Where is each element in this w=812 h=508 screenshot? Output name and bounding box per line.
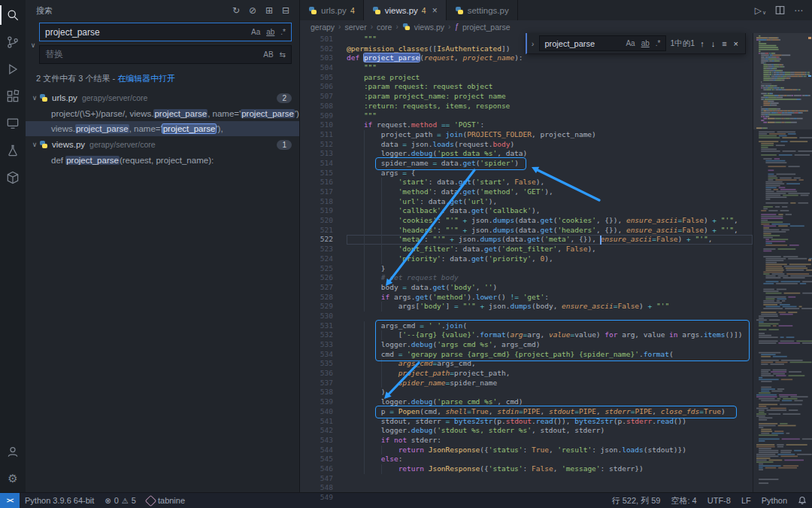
preserve-case-icon[interactable]: AB bbox=[260, 50, 276, 59]
code-line[interactable]: logger.debug('parse cmd %s', cmd) bbox=[347, 397, 753, 407]
code-line[interactable]: args_cmd=args_cmd, bbox=[347, 359, 753, 369]
code-line[interactable]: 'method': data.get('method', 'GET'), bbox=[347, 187, 753, 197]
extensions-icon[interactable] bbox=[0, 83, 26, 110]
code-line[interactable]: logger.debug('stdout %s, stderr %s', std… bbox=[347, 426, 753, 436]
code-line[interactable]: 'url': data.get('url'), bbox=[347, 197, 753, 207]
breadcrumb-file[interactable]: views.py bbox=[414, 23, 444, 32]
source-control-icon[interactable] bbox=[0, 29, 26, 56]
code-line[interactable]: 'start': data.get('start', False), bbox=[347, 178, 753, 187]
whole-word-icon[interactable]: ab bbox=[263, 27, 277, 37]
find-regex-icon[interactable]: .* bbox=[653, 38, 664, 48]
file-result-views[interactable]: ∨ views.py gerapy/server/core 1 bbox=[26, 136, 299, 153]
code-line[interactable]: return JsonResponse({'status': False, 'm… bbox=[347, 464, 753, 474]
search-view-icon[interactable] bbox=[0, 2, 26, 29]
tab-settings-py[interactable]: settings.py bbox=[447, 0, 518, 20]
code-line[interactable]: if args.get('method').lower() != 'get': bbox=[347, 293, 753, 303]
remote-indicator[interactable]: >< bbox=[0, 493, 20, 508]
code-line[interactable]: 'dont_filter': data.get('dont_filter', F… bbox=[347, 245, 753, 254]
run-python-file-button[interactable]: ▷∨ bbox=[755, 5, 766, 16]
code-line[interactable]: 'callback': data.get('callback'), bbox=[347, 206, 753, 216]
code-line[interactable]: 'cookies': "'" + json.dumps(data.get('co… bbox=[347, 216, 753, 226]
code-line[interactable]: spider_name = data.get('spider') bbox=[347, 159, 753, 169]
code-line[interactable]: ) bbox=[347, 388, 753, 397]
code-line[interactable]: spider_name=spider_name bbox=[347, 379, 753, 388]
settings-gear-icon[interactable]: ⚙ bbox=[0, 465, 26, 492]
collapse-all-icon[interactable]: ⊟ bbox=[278, 3, 293, 18]
cursor-position-status[interactable]: 行 522, 列 59 bbox=[607, 495, 666, 506]
code-line[interactable]: logger.debug('args cmd %s', args_cmd) bbox=[347, 340, 753, 350]
notifications-bell-icon[interactable] bbox=[792, 496, 812, 505]
file-result-urls[interactable]: ∨ urls.py gerapy/server/core 2 bbox=[26, 90, 299, 106]
code-line[interactable] bbox=[347, 312, 753, 321]
code-line[interactable]: args_cmd = ' '.join( bbox=[347, 321, 753, 331]
testing-icon[interactable] bbox=[0, 137, 26, 164]
code-line[interactable]: cmd = 'gerapy parse {args_cmd} {project_… bbox=[347, 350, 753, 360]
breadcrumb-item[interactable]: gerapy bbox=[311, 23, 335, 32]
language-mode-status[interactable]: Python bbox=[756, 496, 792, 505]
find-toggle-replace-icon[interactable]: › bbox=[530, 39, 536, 48]
open-new-search-editor-icon[interactable]: ⊞ bbox=[262, 3, 277, 18]
search-input[interactable]: project_parse Aa ab .* bbox=[39, 23, 292, 41]
package-icon[interactable] bbox=[0, 164, 26, 191]
code-line[interactable]: if not stderr: bbox=[347, 436, 753, 446]
code-line[interactable]: """ bbox=[347, 111, 753, 121]
regex-icon[interactable]: .* bbox=[277, 27, 289, 37]
code-line[interactable]: 'priority': data.get('priority', 0), bbox=[347, 254, 753, 264]
code-line[interactable]: if request.method == 'POST': bbox=[347, 120, 753, 130]
breadcrumb-symbol[interactable]: project_parse bbox=[462, 23, 511, 32]
tabnine-status[interactable]: tabnine bbox=[141, 496, 190, 505]
eol-status[interactable]: LF bbox=[736, 496, 756, 505]
code-line[interactable]: logger.debug('post data %s', data) bbox=[347, 149, 753, 159]
code-line[interactable]: :return: requests, items, response bbox=[347, 102, 753, 111]
code-line[interactable]: 'headers': "'" + json.dumps(data.get('he… bbox=[347, 226, 753, 236]
problems-status[interactable]: ⊗0 ⚠5 bbox=[99, 496, 141, 505]
find-in-selection-icon[interactable]: ≡ bbox=[720, 39, 728, 48]
tab-urls-py[interactable]: urls.py 4 bbox=[300, 0, 364, 20]
breadcrumb-item[interactable]: core bbox=[377, 23, 392, 32]
find-whole-word-icon[interactable]: ab bbox=[638, 38, 653, 48]
account-icon[interactable] bbox=[0, 438, 26, 465]
minimap[interactable] bbox=[753, 33, 812, 492]
breadcrumb[interactable]: gerapy › server › core › views.py › ƒ pr… bbox=[300, 20, 812, 33]
code-line[interactable]: stdout, stderr = bytes2str(p.stdout.read… bbox=[347, 417, 753, 427]
toggle-replace-icon[interactable]: ∨ bbox=[27, 23, 39, 68]
find-input[interactable]: project_parse Aa ab .* bbox=[539, 35, 666, 51]
more-actions-icon[interactable]: ⋯ bbox=[794, 5, 803, 16]
code-line[interactable]: :param request: request object bbox=[347, 82, 753, 92]
code-line[interactable]: } bbox=[347, 264, 753, 274]
code-line[interactable]: ['--{arg} {value}'.format(arg=arg, value… bbox=[347, 330, 753, 340]
code-line[interactable]: parse project bbox=[347, 73, 753, 83]
tab-views-py[interactable]: views.py 4 × bbox=[364, 0, 447, 20]
indentation-status[interactable]: 空格: 4 bbox=[666, 495, 702, 506]
remote-explorer-icon[interactable] bbox=[0, 110, 26, 137]
code-line[interactable] bbox=[347, 474, 753, 484]
search-match-row[interactable]: def project_parse(request, project_name)… bbox=[26, 153, 299, 168]
code-line[interactable]: :param project_name: project name bbox=[347, 92, 753, 102]
encoding-status[interactable]: UTF-8 bbox=[702, 496, 736, 505]
code-line[interactable]: return JsonResponse({'status': True, 're… bbox=[347, 446, 753, 455]
split-editor-icon[interactable] bbox=[775, 5, 785, 15]
code-line[interactable]: project_path=project_path, bbox=[347, 369, 753, 379]
code-line[interactable]: args['body'] = "'" + json.dumps(body, en… bbox=[347, 302, 753, 312]
code-line[interactable]: p = Popen(cmd, shell=True, stdin=PIPE, s… bbox=[347, 407, 753, 417]
search-match-row-selected[interactable]: views.project_parse, name='project_parse… bbox=[26, 121, 299, 136]
chevron-down-icon[interactable]: ∨ bbox=[30, 141, 39, 148]
code-line[interactable]: body = data.get('body', '') bbox=[347, 283, 753, 293]
chevron-down-icon[interactable]: ∨ bbox=[30, 94, 39, 102]
code-line[interactable]: """ bbox=[347, 63, 753, 73]
replace-all-icon[interactable]: ⇆ bbox=[277, 50, 289, 59]
code-line[interactable]: project_path = join(PROJECTS_FOLDER, pro… bbox=[347, 130, 753, 140]
find-widget[interactable]: › project_parse Aa ab .* 1中的1 ↑ ↓ ≡ × bbox=[526, 33, 746, 54]
refresh-icon[interactable]: ↻ bbox=[229, 3, 244, 18]
find-next-icon[interactable]: ↓ bbox=[710, 39, 717, 48]
breadcrumb-item[interactable]: server bbox=[344, 23, 366, 32]
code-line[interactable]: args = { bbox=[347, 169, 753, 178]
run-and-debug-icon[interactable] bbox=[0, 56, 26, 83]
close-tab-icon[interactable]: × bbox=[432, 5, 438, 16]
code-line[interactable] bbox=[347, 483, 753, 492]
find-previous-icon[interactable]: ↑ bbox=[698, 39, 706, 48]
find-match-case-icon[interactable]: Aa bbox=[623, 38, 638, 48]
search-match-row[interactable]: project/(\S+)/parse/, views.project_pars… bbox=[26, 106, 299, 121]
find-close-icon[interactable]: × bbox=[732, 39, 740, 48]
code-line[interactable]: def project_parse(request, project_name)… bbox=[347, 53, 753, 63]
